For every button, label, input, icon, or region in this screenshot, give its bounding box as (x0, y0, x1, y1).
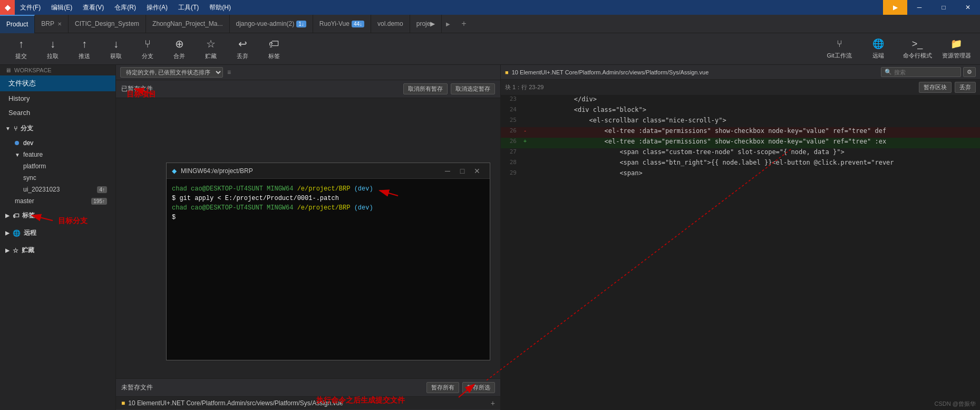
stage-selected-button[interactable]: 暂存所选 (462, 382, 495, 393)
tab-bar: Product BRP ✕ CITIC_Design_System ZhongN… (0, 15, 980, 33)
unstage-selected-button[interactable]: 取消选定暂存 (451, 83, 495, 94)
terminal-line-2: $ git apply < E:/project/Product/0001-.p… (172, 194, 484, 203)
tab-product[interactable]: Product (0, 15, 35, 33)
pull-button[interactable]: ↓ 拉取 (37, 34, 69, 63)
push-button[interactable]: ↑ 推送 (69, 34, 100, 63)
fetch-button[interactable]: ↓ 获取 (100, 34, 132, 63)
settings-button[interactable]: ⚙ (963, 67, 976, 77)
tab-vol[interactable]: vol.demo (371, 15, 410, 33)
file-header-icon: ■ (505, 69, 509, 75)
filter-icon[interactable]: ≡ (227, 69, 231, 76)
menu-view[interactable]: 查看(V) (77, 0, 109, 15)
menu-help[interactable]: 帮助(H) (204, 0, 236, 15)
stage-all-button[interactable]: 暂存所有 (426, 382, 459, 393)
branch-button[interactable]: ⑂ 分支 (132, 34, 163, 63)
search-bar[interactable]: 🔍 (881, 67, 961, 77)
sidebar-item-file-status[interactable]: 文件状态 (0, 75, 115, 91)
terminal-close-button[interactable]: ✕ (470, 164, 484, 178)
terminal-line-1: chad cao@DESKTOP-UT4SUNT MINGW64 /e/proj… (172, 184, 484, 194)
branch-platform-label: platform (23, 163, 46, 170)
code-line-29: 29 <span> (501, 169, 980, 180)
terminal-content: chad cao@DESKTOP-UT4SUNT MINGW64 /e/proj… (167, 179, 490, 360)
tab-more[interactable]: ▶ (442, 21, 454, 27)
stash-button[interactable]: ☆ 贮藏 (195, 34, 227, 63)
tag-label: 标签 (268, 52, 280, 60)
minimize-button[interactable]: ─ (907, 0, 932, 15)
pull-icon: ↓ (50, 38, 55, 50)
menu-items: 文件(F) 编辑(E) 查看(V) 仓库(R) 操作(A) 工具(T) 帮助(H… (15, 0, 236, 15)
menu-bar: ◆ 文件(F) 编辑(E) 查看(V) 仓库(R) 操作(A) 工具(T) 帮助… (0, 0, 980, 15)
tags-section-header[interactable]: ▶ 🏷 标签 (0, 207, 115, 224)
remote-section-header[interactable]: ▶ 🌐 远程 (0, 224, 115, 242)
discard-button[interactable]: ↩ 丢弃 (227, 34, 258, 63)
unstage-all-button[interactable]: 取消所有暂存 (403, 83, 448, 94)
branch-feature[interactable]: ▼ feature (0, 149, 115, 160)
line-content-25: <el-scrollbar class="nice-scroll-y"> (528, 117, 980, 127)
tab-zhongnan[interactable]: ZhongNan_Project_Ma... (146, 15, 229, 33)
search-input[interactable] (894, 69, 957, 75)
branch-ui20231023[interactable]: ui_20231023 4↑ (0, 184, 115, 195)
pull-label: 拉取 (47, 52, 59, 60)
branch-sync[interactable]: sync (0, 172, 115, 184)
git-flow-icon: ⑂ (837, 39, 842, 50)
sidebar-item-search[interactable]: Search (0, 106, 115, 120)
line-number-29: 29 (501, 169, 522, 180)
tab-citic[interactable]: CITIC_Design_System (69, 15, 146, 33)
merge-button[interactable]: ⊕ 合并 (163, 34, 195, 63)
explorer-button[interactable]: 📁 资源管理器 (938, 34, 975, 63)
menu-action[interactable]: 操作(A) (141, 0, 173, 15)
discard-block-button[interactable]: 丢弃 (955, 82, 976, 93)
code-line-25: 25 <el-scrollbar class="nice-scroll-y"> (501, 117, 980, 127)
menu-file[interactable]: 文件(F) (15, 0, 46, 15)
terminal-maximize-button[interactable]: □ (455, 164, 470, 178)
line-content-27: <span class="custom-tree-node" slot-scop… (528, 148, 980, 159)
tag-button[interactable]: 🏷 标签 (258, 34, 290, 63)
line-content-29: <span> (528, 169, 980, 180)
stash-icon2: ☆ (13, 247, 18, 254)
close-button[interactable]: ✕ (956, 0, 980, 15)
line-content-28: <span class="btn_right">{{ node.label }}… (528, 159, 980, 169)
workspace-text: WORKSPACE (14, 67, 52, 73)
branch-dev[interactable]: dev (0, 137, 115, 149)
file-status-label: 文件状态 (8, 79, 36, 88)
branch-platform[interactable]: platform (0, 160, 115, 172)
tab-django[interactable]: django-vue-admin(2) 1↓ (230, 15, 313, 33)
sidebar-item-history[interactable]: History (0, 91, 115, 106)
main-layout: 🖥 WORKSPACE 文件状态 History Search ▼ ⑂ 分支 d… (0, 65, 980, 410)
menu-tools[interactable]: 工具(T) (173, 0, 204, 15)
tab-brp-close[interactable]: ✕ (57, 21, 62, 27)
menu-repo[interactable]: 仓库(R) (109, 0, 141, 15)
unstaged-file-item[interactable]: ■ 10 ElementUI+.NET Core/Platform.Admin/… (116, 397, 500, 410)
fetch-icon: ↓ (113, 38, 119, 50)
history-label: History (8, 94, 30, 102)
tab-django-badge: 1↓ (296, 21, 306, 27)
commit-button[interactable]: ↑ 提交 (5, 34, 37, 63)
remote-button[interactable]: 🌐 远端 (860, 34, 897, 63)
branch-label: 分支 (142, 52, 153, 60)
line-marker-29 (522, 169, 528, 180)
tab-brp[interactable]: BRP ✕ (35, 15, 69, 33)
stash-label: 贮藏 (22, 246, 34, 255)
tab-citic-label: CITIC_Design_System (75, 20, 139, 27)
workspace-label: 🖥 WORKSPACE (0, 65, 115, 75)
line-marker-26a: + (522, 138, 528, 148)
tab-proje[interactable]: proje▶ (410, 15, 442, 33)
terminal-minimize-button[interactable]: ─ (440, 164, 455, 178)
terminal-button[interactable]: >_ 命令行模式 (899, 34, 936, 63)
line-marker-23 (522, 96, 528, 106)
menu-edit[interactable]: 编辑(E) (46, 0, 77, 15)
branches-section-header[interactable]: ▼ ⑂ 分支 (0, 120, 115, 137)
play-button[interactable]: ▶ (883, 0, 907, 15)
tab-ruoyi[interactable]: RuoYi-Vue 44↓ (313, 15, 371, 33)
branch-master[interactable]: master 195↑ (0, 195, 115, 207)
terminal-branch-2: (dev) (354, 204, 373, 212)
tab-add-button[interactable]: + (454, 15, 473, 33)
line-number-28: 28 (501, 159, 522, 169)
line-number-26a: 26 (501, 138, 522, 148)
maximize-button[interactable]: □ (932, 0, 956, 15)
stash-section-header[interactable]: ▶ ☆ 贮藏 (0, 242, 115, 259)
stage-block-button[interactable]: 暂存区块 (919, 82, 952, 93)
file-filter-select[interactable]: 待定的文件, 已依照文件状态排序 (120, 67, 223, 78)
stage-file-button[interactable]: + (491, 399, 495, 407)
git-flow-button[interactable]: ⑂ Git工作流 (821, 34, 858, 63)
